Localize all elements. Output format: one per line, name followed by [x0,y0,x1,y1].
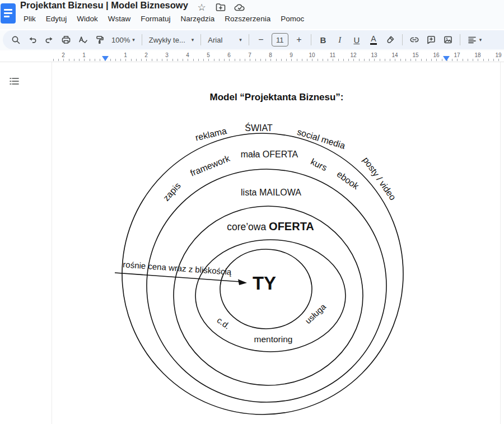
label-mala-oferta: mała OFERTA [241,150,298,159]
print-button[interactable] [59,32,73,47]
menu-item-pomoc[interactable]: Pomoc [276,13,309,24]
paint-roller-icon [95,35,105,45]
ruler-number: 14 [391,52,398,58]
business-model-diagram[interactable]: Model “Projektanta Biznesu”: rośnie cena… [52,62,500,424]
star-button[interactable]: ☆ [195,1,208,13]
highlighter-icon [385,35,395,45]
ruler-ticks [53,59,501,61]
chevron-down-icon: ▾ [192,37,194,43]
right-indent-marker[interactable] [443,56,450,61]
divider [460,34,460,45]
ruler-number: 13 [371,52,377,58]
ruler-number: 15 [412,52,418,58]
page-right-edge [500,62,501,424]
ruler-number: 1 [124,52,127,58]
insert-link-button[interactable] [407,32,422,47]
ruler-number: 18 [474,52,480,58]
menu-item-edytuj[interactable]: Edytuj [41,13,72,24]
highlight-color-button[interactable] [383,32,398,47]
label-framework: framework [189,153,232,178]
text-color-button[interactable]: A [366,32,381,47]
menu-item-rozszerzenia[interactable]: Rozszerzenia [220,13,276,24]
diagram-heading: Model “Projektanta Biznesu”: [210,92,344,102]
label-social-media: social media [296,127,347,151]
zoom-value: 100% [111,36,130,44]
ruler-number: 2 [62,52,65,58]
show-outline-button[interactable] [8,74,21,88]
ruler-number: 9 [290,52,293,58]
google-docs-icon[interactable] [1,3,16,24]
divider [200,34,201,45]
font-size-increase-button[interactable]: + [292,32,306,47]
ruler-number: 4 [186,52,189,58]
italic-button[interactable]: I [333,32,347,47]
menu-item-formatuj[interactable]: Formatuj [136,13,175,24]
divider [249,34,249,45]
ruler-number: 3 [165,52,169,58]
menu-item-wstaw[interactable]: Wstaw [103,13,136,24]
align-select[interactable]: ▾ [464,35,486,45]
search-button[interactable] [8,32,23,47]
zoom-select[interactable]: 100% ▾ [108,36,138,44]
font-select[interactable]: Arial ▾ [204,36,245,44]
toolbar: 100% ▾ Zwykły te... ▾ Arial ▾ − 11 + B I [3,30,504,49]
left-gutter [0,62,52,424]
label-lista-mailowa: lista MAILOWA [241,188,301,197]
ruler-number: 5 [207,52,210,58]
bold-button[interactable]: B [316,32,330,47]
menu-item-plik[interactable]: Plik [18,13,41,24]
label-zapis: zapis [161,181,183,203]
label-mentoring: mentoring [254,334,293,344]
label-usluga: usługa [303,301,328,325]
paragraph-style-select[interactable]: Zwykły te... ▾ [146,36,198,44]
label-reklama: reklama [194,126,227,142]
divider [311,34,311,45]
document-title[interactable]: Projektant Biznesu | Model Biznesowy [20,0,188,11]
ruler-number: 2 [144,52,148,58]
label-ebook: ebook [335,169,361,192]
ruler-number: 19 [495,52,501,58]
underline-button[interactable]: U [349,32,364,47]
toolbar-wrap: 100% ▾ Zwykły te... ▾ Arial ▾ − 11 + B I [0,30,504,50]
label-core-oferta: core’owa OFERTA [227,220,314,232]
insert-image-button[interactable] [441,32,455,47]
spellcheck-button[interactable] [76,32,90,47]
font-value: Arial [208,36,237,44]
divider [142,34,142,45]
chevron-down-icon: ▾ [239,37,242,43]
spellcheck-icon [78,35,88,45]
ruler[interactable]: 2112345678910111213141516171819 [0,52,504,62]
ruler-number: 7 [248,52,251,58]
left-indent-marker[interactable] [102,56,109,61]
bold-icon: B [320,35,326,45]
document-status-button[interactable] [233,1,246,13]
paint-format-button[interactable] [92,32,107,47]
comment-plus-icon [426,35,436,45]
label-price-grows: rośnie cena wraz z bliskością [123,259,232,277]
redo-button[interactable] [42,32,57,47]
document-page[interactable]: Model “Projektanta Biznesu”: rośnie cena… [52,62,500,424]
menu-item-widok[interactable]: Widok [72,13,103,24]
star-icon: ☆ [197,3,206,12]
ruler-number: 16 [433,52,439,58]
menu-item-narzędzia[interactable]: Narzędzia [176,13,220,24]
font-size-input[interactable]: 11 [272,33,288,46]
add-comment-button[interactable] [424,32,438,47]
ruler-number: 12 [350,52,356,58]
divider [402,34,403,45]
ruler-number: 1 [82,52,86,58]
menu-bar: PlikEdytujWidokWstawFormatujNarzędziaRoz… [18,13,309,24]
ruler-number: 11 [330,52,335,58]
chevron-down-icon: ▾ [132,37,135,43]
label-cd: c.d. [215,315,232,331]
price-arrow-head [238,279,247,286]
ruler-number: 8 [269,52,272,58]
move-to-folder-button[interactable] [214,1,227,13]
font-size-decrease-button[interactable]: − [254,32,268,47]
undo-icon [27,35,38,45]
undo-button[interactable] [25,32,40,47]
ruler-number: 6 [227,52,231,58]
label-ty: TY [253,273,276,293]
style-value: Zwykły te... [149,36,189,44]
image-icon [443,35,453,45]
